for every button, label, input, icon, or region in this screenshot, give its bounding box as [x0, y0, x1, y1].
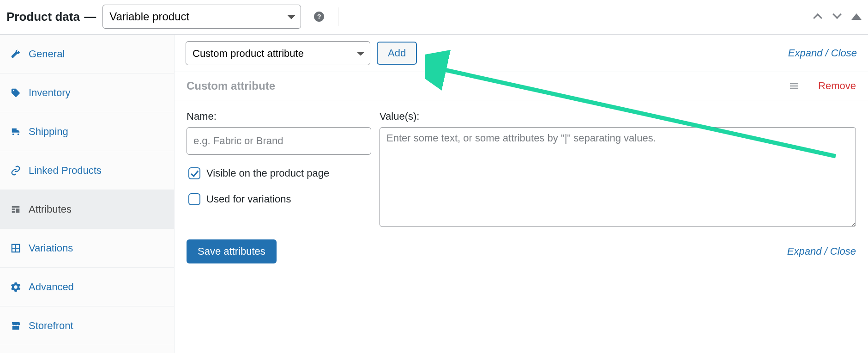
attribute-row-body: Name: Visible on the product page Used f… [175, 100, 868, 229]
sidebar-item-label: Shipping [29, 126, 68, 138]
used-for-variations-label: Used for variations [206, 193, 291, 205]
drag-handle-icon[interactable] [789, 80, 800, 92]
sidebar-item-shipping[interactable]: Shipping [0, 112, 174, 151]
sidebar-item-variations[interactable]: Variations [0, 229, 174, 268]
attributes-panel: Custom product attribute Add Expand / Cl… [175, 35, 868, 353]
toolbar-left: Custom product attribute Add [186, 41, 417, 65]
help-icon[interactable]: ? [314, 12, 324, 22]
attributes-footer: Save attributes Expand / Close [175, 229, 868, 274]
attribute-name-input[interactable] [187, 127, 371, 155]
sidebar-item-label: Storefront [29, 320, 73, 332]
values-label: Value(s): [380, 110, 856, 122]
sidebar-item-attributes[interactable]: Attributes [0, 190, 174, 229]
expand-close-bottom: Expand / Close [787, 245, 856, 257]
expand-close-divider: / [826, 47, 831, 59]
list-icon [10, 204, 21, 215]
used-for-variations-row[interactable]: Used for variations [187, 192, 371, 207]
visible-checkbox-row[interactable]: Visible on the product page [187, 166, 371, 181]
product-data-tabs: General Inventory Shipping Linked Produc… [0, 35, 175, 353]
panel-title-dash: — [83, 10, 97, 24]
link-icon [10, 165, 21, 176]
product-type-select[interactable]: Variable product [102, 5, 301, 29]
attribute-values-column: Value(s): [380, 110, 856, 227]
sidebar-item-label: Variations [29, 242, 73, 254]
truck-icon [10, 126, 21, 137]
expand-close-divider: / [825, 245, 830, 257]
used-for-variations-checkbox[interactable] [188, 193, 200, 205]
tag-icon [10, 87, 21, 98]
header-left: Product data — Variable product ? [6, 5, 338, 29]
sidebar-item-label: Inventory [29, 87, 71, 99]
close-link[interactable]: Close [831, 47, 857, 59]
visible-checkbox-label: Visible on the product page [206, 167, 329, 179]
attribute-row-actions: Remove [789, 80, 856, 92]
attributes-toolbar: Custom product attribute Add Expand / Cl… [175, 35, 868, 72]
name-label: Name: [187, 110, 371, 122]
sidebar-item-label: Advanced [29, 281, 74, 293]
add-button[interactable]: Add [377, 42, 417, 65]
panel-title: Product data — [6, 10, 97, 24]
product-data-header: Product data — Variable product ? [0, 0, 868, 35]
expand-close-top: Expand / Close [788, 47, 857, 59]
wrench-icon [10, 49, 21, 60]
gear-icon [10, 282, 21, 293]
attribute-row-title: Custom attribute [187, 80, 275, 92]
sidebar-item-label: General [29, 48, 65, 60]
chevron-down-icon [832, 10, 842, 19]
sidebar-item-inventory[interactable]: Inventory [0, 73, 174, 112]
collapse-panel-button[interactable] [851, 13, 862, 20]
sidebar-item-label: Linked Products [29, 165, 102, 177]
sidebar-item-general[interactable]: General [0, 35, 174, 73]
move-down-button[interactable] [832, 9, 842, 24]
header-controls [813, 9, 862, 24]
panel-body: General Inventory Shipping Linked Produc… [0, 35, 868, 353]
save-attributes-button[interactable]: Save attributes [187, 239, 277, 263]
attribute-name-column: Name: Visible on the product page Used f… [187, 110, 371, 227]
expand-link[interactable]: Expand [787, 245, 822, 257]
panel-title-text: Product data [6, 10, 80, 24]
attribute-values-textarea[interactable] [380, 127, 856, 227]
sidebar-item-storefront[interactable]: Storefront [0, 306, 174, 345]
chevron-up-icon [813, 13, 822, 23]
remove-attribute-link[interactable]: Remove [818, 80, 856, 92]
move-up-button[interactable] [813, 9, 823, 24]
sidebar-item-label: Attributes [29, 203, 72, 215]
grid-icon [10, 243, 21, 254]
sidebar-item-advanced[interactable]: Advanced [0, 268, 174, 306]
sidebar-item-linked-products[interactable]: Linked Products [0, 151, 174, 190]
visible-checkbox[interactable] [188, 167, 200, 179]
expand-link[interactable]: Expand [788, 47, 823, 59]
attribute-row-header[interactable]: Custom attribute Remove [175, 72, 868, 100]
attribute-type-select[interactable]: Custom product attribute [186, 41, 370, 65]
close-link[interactable]: Close [830, 245, 856, 257]
store-icon [10, 320, 21, 331]
header-separator [338, 7, 338, 26]
